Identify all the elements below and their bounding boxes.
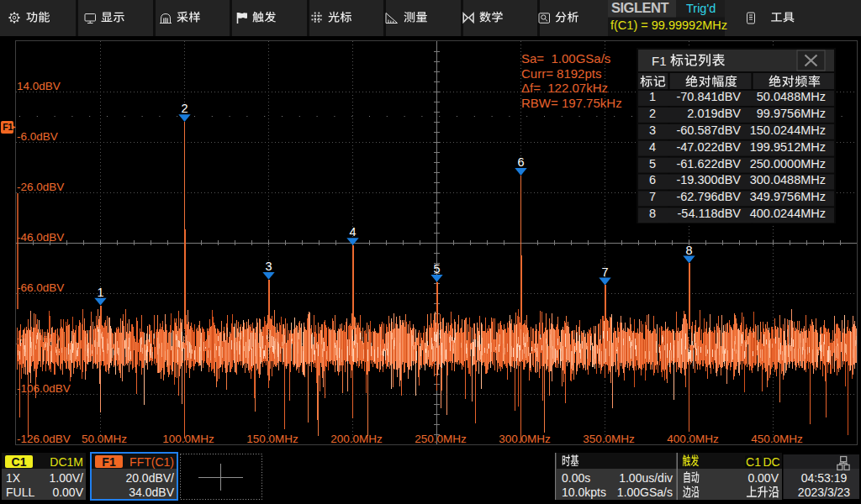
svg-text:FFT(C1): FFT(C1) bbox=[129, 455, 174, 469]
svg-text:C1: C1 bbox=[12, 455, 27, 469]
svg-text:1X: 1X bbox=[6, 471, 21, 485]
svg-text:1.00GSa/s: 1.00GSa/s bbox=[617, 486, 673, 499]
svg-text:04:53:19: 04:53:19 bbox=[801, 471, 848, 485]
svg-text:0.00V: 0.00V bbox=[747, 471, 779, 485]
svg-text:DC1M: DC1M bbox=[50, 455, 83, 469]
svg-text:F1: F1 bbox=[102, 455, 116, 469]
svg-text:0.00s: 0.00s bbox=[562, 471, 590, 485]
svg-text:20.0dBV/: 20.0dBV/ bbox=[125, 471, 174, 485]
svg-text:SIGLENT: SIGLENT bbox=[611, 0, 668, 15]
svg-text:1.00us/div: 1.00us/div bbox=[619, 471, 673, 485]
svg-text:FULL: FULL bbox=[6, 486, 34, 499]
svg-text:0.00V: 0.00V bbox=[52, 486, 83, 499]
svg-text:Trig'd: Trig'd bbox=[686, 2, 716, 15]
svg-text:C1: C1 bbox=[746, 455, 761, 469]
svg-text:34.0dBV: 34.0dBV bbox=[129, 486, 174, 499]
svg-text:2023/3/23: 2023/3/23 bbox=[798, 486, 850, 499]
svg-text:10.0kpts: 10.0kpts bbox=[562, 486, 606, 499]
svg-text:1.00V/: 1.00V/ bbox=[50, 471, 84, 485]
svg-text:DC: DC bbox=[763, 455, 779, 469]
svg-text:f(C1) = 99.99992MHz: f(C1) = 99.99992MHz bbox=[610, 18, 727, 32]
